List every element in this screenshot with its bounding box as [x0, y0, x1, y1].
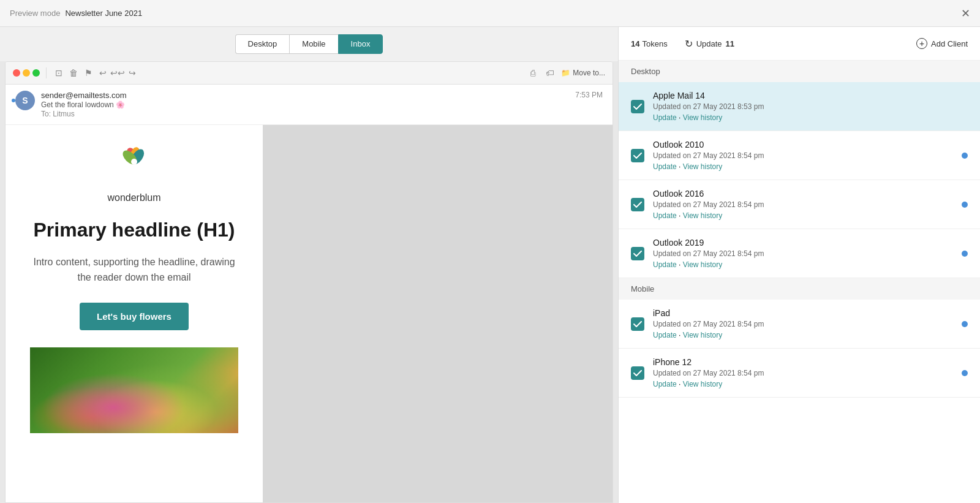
update-icon: ↻	[685, 38, 693, 50]
toolbar-right: ⎙ 🏷 📁 Move to...	[527, 67, 605, 79]
window-maximize-dot[interactable]	[32, 69, 40, 77]
tab-bar: Desktop Mobile Inbox	[0, 27, 618, 61]
view-history-link[interactable]: View history	[683, 380, 722, 388]
email-content-side	[263, 125, 612, 502]
right-header: 14 Tokens ↻ Update 11 + Add Client	[619, 27, 980, 61]
email-viewer: ⊡ 🗑 ⚑ ↩ ↩↩ ↪ ⎙ 🏷 📁 Move to...	[0, 61, 618, 503]
client-actions: Update · View history	[653, 331, 953, 339]
update-link[interactable]: Update	[653, 331, 677, 339]
avatar: S	[15, 91, 35, 110]
view-history-link[interactable]: View history	[683, 113, 722, 122]
client-item-outlook-2010: Outlook 2010 Updated on 27 May 2021 8:54…	[619, 131, 980, 180]
client-checkbox-iphone-12[interactable]	[631, 366, 644, 380]
delete-icon[interactable]: 🗑	[67, 67, 80, 79]
email-header: S sender@emailtests.com Get the floral l…	[6, 85, 612, 125]
client-name: Apple Mail 14	[653, 91, 968, 100]
status-dot	[962, 202, 968, 208]
client-info-outlook-2019: Outlook 2019 Updated on 27 May 2021 8:54…	[653, 238, 953, 269]
email-cta-button[interactable]: Let's buy flowers	[80, 303, 189, 330]
client-item-iphone-12: iPhone 12 Updated on 27 May 2021 8:54 pm…	[619, 349, 980, 398]
client-info-iphone-12: iPhone 12 Updated on 27 May 2021 8:54 pm…	[653, 357, 953, 388]
client-info-apple-mail-14: Apple Mail 14 Updated on 27 May 2021 8:5…	[653, 91, 968, 122]
flower-overlay	[30, 347, 238, 433]
email-from: sender@emailtests.com	[41, 91, 569, 100]
move-to-button[interactable]: 📁 Move to...	[561, 69, 605, 77]
svg-point-4	[131, 159, 137, 165]
client-name: iPhone 12	[653, 357, 953, 367]
status-dot	[962, 321, 968, 327]
update-link[interactable]: Update	[653, 113, 677, 122]
add-client-button[interactable]: + Add Client	[916, 38, 968, 49]
client-actions: Update · View history	[653, 260, 953, 269]
toolbar-separator	[46, 67, 47, 78]
forward-icon[interactable]: ↪	[126, 67, 138, 79]
client-updated: Updated on 27 May 2021 8:54 pm	[653, 151, 953, 160]
client-item-outlook-2016: Outlook 2016 Updated on 27 May 2021 8:54…	[619, 180, 980, 229]
client-updated: Updated on 27 May 2021 8:54 pm	[653, 369, 953, 377]
add-icon: +	[916, 38, 927, 49]
client-item-ipad: iPad Updated on 27 May 2021 8:54 pm Upda…	[619, 300, 980, 349]
email-toolbar: ⊡ 🗑 ⚑ ↩ ↩↩ ↪ ⎙ 🏷 📁 Move to...	[6, 62, 612, 85]
email-chrome: ⊡ 🗑 ⚑ ↩ ↩↩ ↪ ⎙ 🏷 📁 Move to...	[5, 61, 613, 503]
email-time: 7:53 PM	[575, 91, 603, 99]
client-checkbox-outlook-2019[interactable]	[631, 247, 644, 260]
right-panel: 14 Tokens ↻ Update 11 + Add Client Deskt…	[619, 27, 980, 503]
view-history-link[interactable]: View history	[683, 211, 722, 220]
label-icon[interactable]: 🏷	[544, 67, 556, 79]
client-updated: Updated on 27 May 2021 8:54 pm	[653, 320, 953, 328]
client-actions: Update · View history	[653, 162, 953, 171]
status-dot	[962, 153, 968, 159]
window-close-dot[interactable]	[13, 69, 20, 77]
email-content-main: wonderblum Primary headline (H1) Intro c…	[6, 125, 263, 502]
client-updated: Updated on 27 May 2021 8:54 pm	[653, 249, 953, 258]
email-intro: Intro content, supporting the headline, …	[30, 254, 238, 286]
tab-mobile[interactable]: Mobile	[289, 34, 337, 54]
client-updated: Updated on 27 May 2021 8:53 pm	[653, 102, 968, 111]
client-info-outlook-2016: Outlook 2016 Updated on 27 May 2021 8:54…	[653, 189, 953, 220]
update-button[interactable]: ↻ Update 11	[685, 38, 734, 50]
update-link[interactable]: Update	[653, 260, 677, 269]
close-button[interactable]: ✕	[961, 8, 970, 19]
view-history-link[interactable]: View history	[683, 331, 722, 339]
client-item-outlook-2019: Outlook 2019 Updated on 27 May 2021 8:54…	[619, 229, 980, 278]
archive-icon[interactable]: ⊡	[53, 67, 65, 79]
left-panel: Desktop Mobile Inbox ⊡ 🗑 ⚑ ↩ ↩↩ ↪	[0, 27, 619, 503]
reply-icon[interactable]: ↩	[97, 67, 109, 79]
client-name: Outlook 2019	[653, 238, 953, 248]
tab-inbox[interactable]: Inbox	[338, 34, 383, 54]
email-headline: Primary headline (H1)	[34, 218, 235, 241]
email-meta: sender@emailtests.com Get the floral low…	[41, 91, 569, 118]
flag-icon[interactable]: ⚑	[82, 67, 94, 79]
client-checkbox-outlook-2010[interactable]	[631, 149, 644, 162]
update-link[interactable]: Update	[653, 211, 677, 220]
view-history-link[interactable]: View history	[683, 260, 722, 269]
view-history-link[interactable]: View history	[683, 162, 722, 171]
client-checkbox-outlook-2016[interactable]	[631, 198, 644, 211]
section-header-desktop: Desktop	[619, 61, 980, 82]
client-name: Outlook 2010	[653, 140, 953, 149]
reply-all-icon[interactable]: ↩↩	[111, 67, 124, 79]
update-link[interactable]: Update	[653, 162, 677, 171]
client-actions: Update · View history	[653, 211, 953, 220]
update-link[interactable]: Update	[653, 380, 677, 388]
update-count: 11	[726, 39, 734, 48]
status-dot	[962, 251, 968, 257]
client-actions: Update · View history	[653, 380, 953, 388]
email-subject: Get the floral lowdown 🌸	[41, 100, 569, 109]
client-info-outlook-2010: Outlook 2010 Updated on 27 May 2021 8:54…	[653, 140, 953, 171]
status-dot	[962, 370, 968, 376]
window-minimize-dot[interactable]	[23, 69, 30, 77]
tokens-label: Tokens	[642, 39, 667, 48]
main-layout: Desktop Mobile Inbox ⊡ 🗑 ⚑ ↩ ↩↩ ↪	[0, 27, 980, 503]
client-updated: Updated on 27 May 2021 8:54 pm	[653, 200, 953, 209]
print-icon[interactable]: ⎙	[527, 67, 539, 79]
client-checkbox-apple-mail-14[interactable]	[631, 100, 644, 113]
tokens-count: 14	[631, 39, 639, 48]
client-checkbox-ipad[interactable]	[631, 317, 644, 331]
brand-name: wonderblum	[107, 192, 160, 203]
client-list: Desktop Apple Mail 14 Updated on 27 May …	[619, 61, 980, 503]
tab-desktop[interactable]: Desktop	[235, 34, 290, 54]
client-name: iPad	[653, 308, 953, 318]
email-body: wonderblum Primary headline (H1) Intro c…	[6, 125, 612, 502]
preview-mode-label: Preview mode	[10, 9, 60, 18]
